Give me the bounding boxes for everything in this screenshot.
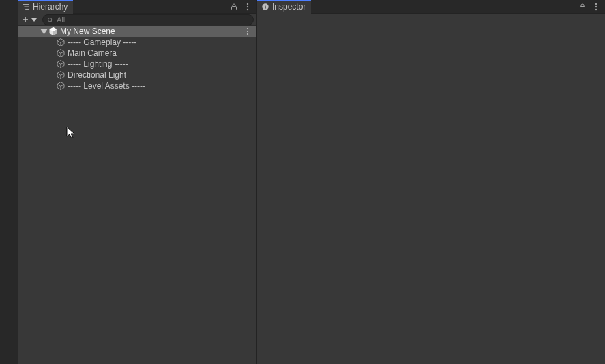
svg-point-6 <box>247 8 248 10</box>
svg-point-16 <box>247 28 248 29</box>
dock-left-strip <box>0 0 18 364</box>
gameobject-row[interactable]: Directional Light <box>18 70 256 80</box>
svg-point-18 <box>247 33 248 35</box>
hierarchy-tab-bar: Hierarchy <box>18 0 256 14</box>
svg-rect-33 <box>580 6 585 10</box>
gameobject-label: ----- Level Assets ----- <box>68 81 145 91</box>
gameobject-icon <box>56 81 65 91</box>
foldout-icon[interactable] <box>40 27 48 36</box>
search-input[interactable] <box>57 15 249 25</box>
hierarchy-tab-right <box>229 0 256 13</box>
svg-rect-32 <box>265 5 265 5</box>
svg-point-36 <box>595 8 597 10</box>
gameobject-row[interactable]: Main Camera <box>18 48 256 59</box>
context-menu-icon[interactable] <box>243 2 252 12</box>
lock-icon[interactable] <box>229 2 239 12</box>
inspector-tab-bar: Inspector <box>257 0 605 14</box>
gameobject-label: Directional Light <box>68 70 126 80</box>
hierarchy-panel: Hierarchy <box>18 0 257 364</box>
svg-marker-12 <box>40 29 47 34</box>
svg-marker-9 <box>31 18 37 22</box>
svg-marker-29 <box>67 127 74 138</box>
lock-icon[interactable] <box>578 2 587 12</box>
svg-point-5 <box>247 5 248 7</box>
gameobject-row[interactable]: ----- Lighting ----- <box>18 59 256 70</box>
gameobject-icon <box>56 70 65 80</box>
inspector-tab-right <box>578 0 605 13</box>
gameobject-icon <box>56 37 65 47</box>
gameobject-label: ----- Gameplay ----- <box>68 37 136 47</box>
gameobject-icon <box>56 48 65 58</box>
unity-scene-icon <box>48 27 58 36</box>
info-icon <box>261 3 269 11</box>
svg-point-17 <box>247 31 248 32</box>
hierarchy-icon <box>22 3 30 11</box>
create-menu-button[interactable] <box>20 14 40 25</box>
hierarchy-tab-label: Hierarchy <box>33 2 68 12</box>
gameobject-label: ----- Lighting ----- <box>68 59 128 69</box>
hierarchy-toolbar <box>18 14 256 26</box>
hierarchy-tree[interactable]: My New Scene ----- Gameplay ----- <box>18 26 256 364</box>
inspector-panel: Inspector <box>257 0 605 364</box>
hierarchy-tab[interactable]: Hierarchy <box>18 0 73 14</box>
svg-rect-31 <box>265 6 265 8</box>
mouse-cursor-icon <box>66 126 77 140</box>
gameobject-icon <box>56 59 65 69</box>
scene-name-label: My New Scene <box>60 27 115 36</box>
search-icon <box>47 16 54 23</box>
svg-point-4 <box>247 3 248 4</box>
scene-context-menu-icon[interactable] <box>243 27 252 36</box>
editor-root: Hierarchy <box>0 0 605 364</box>
context-menu-icon[interactable] <box>591 2 601 12</box>
gameobject-label: Main Camera <box>68 48 117 58</box>
gameobject-row[interactable]: ----- Level Assets ----- <box>18 80 256 91</box>
inspector-body <box>257 14 605 364</box>
scene-row[interactable]: My New Scene <box>18 26 256 37</box>
svg-rect-3 <box>232 6 237 10</box>
svg-point-34 <box>595 3 597 4</box>
svg-point-10 <box>48 18 52 21</box>
inspector-tab-label: Inspector <box>272 2 306 12</box>
inspector-tab[interactable]: Inspector <box>257 0 311 14</box>
gameobject-row[interactable]: ----- Gameplay ----- <box>18 37 256 48</box>
svg-point-35 <box>595 5 597 7</box>
svg-line-11 <box>51 21 53 22</box>
hierarchy-search[interactable] <box>42 14 254 25</box>
